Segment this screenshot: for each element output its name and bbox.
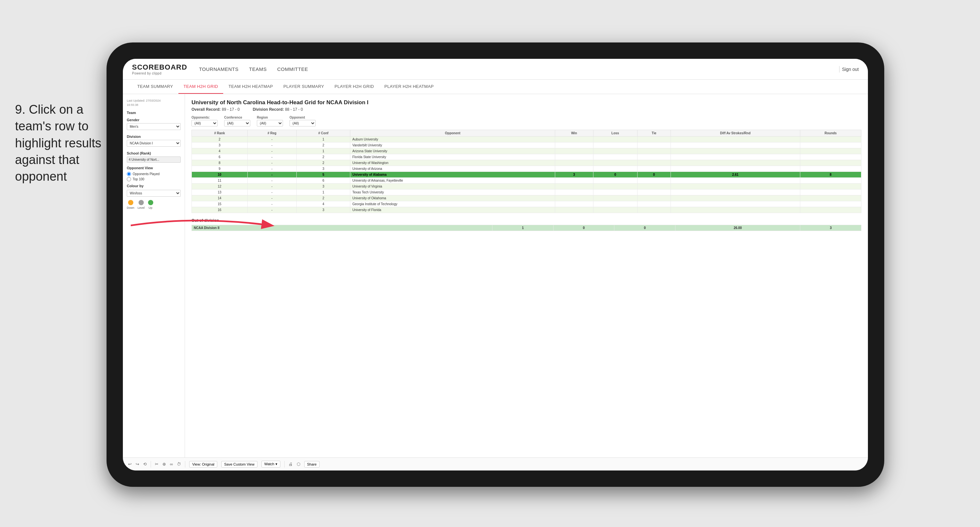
- save-custom-view-btn[interactable]: Save Custom View: [221, 461, 258, 468]
- logo-sub: Powered by clippd: [132, 72, 187, 75]
- division-record-value: 88 - 17 - 0: [285, 107, 303, 112]
- table-row[interactable]: 11-6University of Arkansas, Fayetteville: [192, 178, 861, 184]
- out-of-division-header: Out of division: [191, 218, 861, 223]
- sidebar-gender-label: Gender: [127, 118, 181, 122]
- division-select[interactable]: NCAA Division I: [127, 140, 181, 147]
- table-row[interactable]: 3-2Vanderbilt University: [192, 142, 861, 148]
- colour-by-select[interactable]: Win/loss: [127, 190, 181, 197]
- table-row[interactable]: 14-2University of Oklahoma: [192, 195, 861, 201]
- save-custom-view-label: Save Custom View: [224, 462, 255, 466]
- table-row[interactable]: 16-3University of Florida: [192, 207, 861, 213]
- opponent-filter-label: Opponent: [290, 116, 316, 119]
- gender-select[interactable]: Men's: [127, 123, 181, 130]
- sign-out-link[interactable]: Sign out: [842, 67, 859, 72]
- share-btn[interactable]: Share: [304, 461, 320, 468]
- region-filter: Region (All): [257, 116, 283, 126]
- table-row[interactable]: 13-1Texas Tech University: [192, 189, 861, 195]
- data-table: # Rank # Reg # Conf Opponent Win Loss Ti…: [191, 130, 861, 213]
- col-diff: Diff Av Strokes/Rnd: [671, 130, 800, 137]
- table-row[interactable]: 2-1Auburn University: [192, 137, 861, 142]
- region-filter-label: Region: [257, 116, 283, 119]
- col-rank: # Rank: [192, 130, 248, 137]
- sign-out-area: Sign out: [839, 66, 859, 73]
- instruction-text: 9. Click on a team's row to highlight re…: [15, 101, 110, 185]
- bottom-toolbar: ↩ ↪ ⟲ ✂ ⊕ ∞ ⏱ View: Original Save Custom…: [123, 457, 868, 470]
- toolbar-reset[interactable]: ⟲: [143, 462, 147, 466]
- outer-wrapper: 9. Click on a team's row to highlight re…: [0, 0, 980, 527]
- col-reg: # Reg: [247, 130, 296, 137]
- toolbar-sep-1: [151, 461, 151, 468]
- legend-up-dot: [148, 200, 153, 205]
- division-summary-table: NCAA Division II 1 0 0 26.00 3: [191, 225, 861, 231]
- table-row[interactable]: 6-2Florida State University: [192, 154, 861, 160]
- overall-record-value: 89 - 17 - 0: [222, 107, 240, 112]
- legend-down-dot: [128, 200, 133, 205]
- table-row[interactable]: 15-4Georgia Institute of Technology: [192, 201, 861, 207]
- sidebar-school-label: School (Rank): [127, 151, 181, 155]
- sidebar-team-label: Team: [127, 111, 181, 115]
- division-summary-diff: 26.00: [675, 225, 800, 231]
- sidebar: Last Updated: 27/03/2024 16:55:38 Team G…: [123, 94, 185, 457]
- tab-team-summary[interactable]: TEAM SUMMARY: [132, 80, 178, 94]
- col-win: Win: [555, 130, 593, 137]
- toolbar-cut[interactable]: ✂: [155, 462, 159, 466]
- nav-teams[interactable]: TEAMS: [249, 65, 267, 73]
- opponents-filter-select[interactable]: (All): [191, 120, 218, 126]
- tablet-screen: SCOREBOARD Powered by clippd TOURNAMENTS…: [123, 59, 868, 470]
- tab-player-summary[interactable]: PLAYER SUMMARY: [278, 80, 329, 94]
- toolbar-time[interactable]: ⏱: [177, 462, 181, 466]
- region-filter-select[interactable]: (All): [257, 120, 283, 126]
- conference-filter-label: Conference: [224, 116, 250, 119]
- radio-opponents-played[interactable]: Opponents Played: [127, 172, 181, 176]
- toolbar-plus[interactable]: ⊕: [162, 462, 166, 466]
- conference-filter: Conference (All): [224, 116, 250, 126]
- col-conf: # Conf: [296, 130, 350, 137]
- watch-label: Watch ▾: [264, 462, 277, 466]
- opponent-filter-select[interactable]: (All): [290, 120, 316, 126]
- legend-level: Level: [138, 200, 145, 209]
- toolbar-redo[interactable]: ↪: [135, 462, 139, 466]
- watch-btn[interactable]: Watch ▾: [261, 461, 280, 468]
- table-row[interactable]: 9-3University of Arizona: [192, 166, 861, 172]
- tab-player-h2h-grid[interactable]: PLAYER H2H GRID: [329, 80, 379, 94]
- radio-group: Opponents Played Top 100: [127, 172, 181, 182]
- division-summary-loss: 0: [553, 225, 614, 231]
- division-summary-row[interactable]: NCAA Division II 1 0 0 26.00 3: [192, 225, 861, 231]
- grid-title: University of North Carolina Head-to-Hea…: [191, 99, 861, 106]
- toolbar-print[interactable]: 🖨: [288, 462, 293, 466]
- records-row: Overall Record: 89 - 17 - 0 Division Rec…: [191, 107, 861, 112]
- toolbar-link[interactable]: ∞: [170, 462, 173, 466]
- main-content: Last Updated: 27/03/2024 16:55:38 Team G…: [123, 94, 868, 457]
- table-row[interactable]: 8-2University of Washington: [192, 160, 861, 166]
- filters-row: Opponents: (All) Conference (All): [191, 116, 861, 126]
- toolbar-undo[interactable]: ↩: [128, 462, 132, 466]
- tab-player-h2h-heatmap[interactable]: PLAYER H2H HEATMAP: [379, 80, 439, 94]
- toolbar-sep-3: [284, 461, 285, 468]
- table-row[interactable]: 4-1Arizona State University: [192, 148, 861, 154]
- nav-committee[interactable]: COMMITTEE: [277, 65, 308, 73]
- table-row[interactable]: 10-5University of Alabama3002.618: [192, 172, 861, 178]
- nav-tournaments[interactable]: TOURNAMENTS: [199, 65, 239, 73]
- col-loss: Loss: [593, 130, 638, 137]
- radio-top-100[interactable]: Top 100: [127, 177, 181, 182]
- toolbar-sep-2: [185, 461, 185, 468]
- tab-team-h2h-heatmap[interactable]: TEAM H2H HEATMAP: [223, 80, 278, 94]
- view-original-btn[interactable]: View: Original: [189, 461, 217, 468]
- toolbar-grid-icon[interactable]: ⬡: [297, 462, 300, 466]
- opponent-view-label: Opponent View: [127, 166, 181, 170]
- conference-filter-select[interactable]: (All): [224, 120, 250, 126]
- col-tie: Tie: [638, 130, 671, 137]
- division-summary-rounds: 3: [800, 225, 861, 231]
- school-value: 4 University of Nort...: [127, 156, 181, 163]
- opponents-filter-label: Opponents:: [191, 116, 218, 119]
- view-original-label: View: Original: [192, 462, 214, 466]
- sub-nav: TEAM SUMMARY TEAM H2H GRID TEAM H2H HEAT…: [123, 80, 868, 94]
- opponents-filter: Opponents: (All): [191, 116, 218, 126]
- division-summary-name: NCAA Division II: [192, 225, 492, 231]
- logo-area: SCOREBOARD Powered by clippd: [132, 63, 187, 75]
- table-row[interactable]: 12-3University of Virginia: [192, 184, 861, 189]
- logo-scoreboard: SCOREBOARD: [132, 63, 187, 72]
- legend-row: Down Level Up: [127, 200, 181, 209]
- tab-team-h2h-grid[interactable]: TEAM H2H GRID: [178, 80, 224, 94]
- overall-record-label: Overall Record: 89 - 17 - 0: [191, 107, 240, 112]
